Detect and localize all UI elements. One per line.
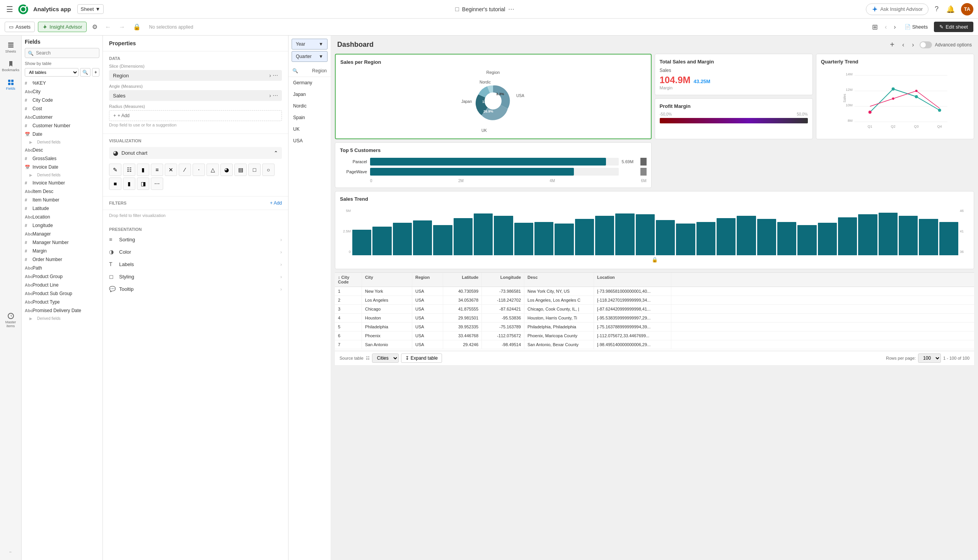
viz-pie-button[interactable]: ◕: [220, 164, 233, 176]
sidebar-item-master-items[interactable]: Master items: [1, 309, 20, 331]
sidebar-item-sheets[interactable]: Sheets: [1, 39, 20, 56]
viz-bar-button[interactable]: ▮: [137, 164, 149, 176]
next-page-button[interactable]: ›: [910, 40, 916, 50]
field-item-customer[interactable]: AbcCustomer: [22, 113, 102, 121]
top-customers-chart[interactable]: Top 5 Customers Paracel 5.69M PageWave: [335, 142, 652, 188]
advanced-options-toggle[interactable]: [920, 41, 932, 48]
angle-chip-more[interactable]: ⋯: [273, 92, 278, 99]
field-item-derived-fields[interactable]: ▶Derived fields: [22, 171, 102, 179]
table-row[interactable]: 4 Houston USA 29.981501 -95.53836 Housto…: [335, 314, 974, 323]
field-item-margin[interactable]: #Margin: [22, 247, 102, 255]
viz-scatter-button[interactable]: ⋅: [193, 164, 205, 176]
lock-button[interactable]: 🔒: [131, 22, 143, 32]
field-item-customer-number[interactable]: #Customer Number: [22, 121, 102, 130]
undo-button[interactable]: ←: [103, 22, 114, 32]
angle-chip-expand[interactable]: ›: [269, 92, 271, 99]
viz-map-button[interactable]: ■: [109, 178, 121, 190]
help-button[interactable]: ?: [933, 3, 940, 15]
field-item-order-number[interactable]: #Order Number: [22, 255, 102, 264]
viz-pivot-button[interactable]: □: [248, 164, 261, 176]
field-item-city[interactable]: AbcCity: [22, 87, 102, 96]
sales-per-region-chart[interactable]: Sales per Region Region Nordic Japan USA: [335, 54, 652, 139]
assets-button[interactable]: ▭ Assets: [5, 22, 35, 32]
menu-button[interactable]: ☰: [5, 3, 15, 15]
field-item-product-type[interactable]: AbcProduct Type: [22, 298, 102, 306]
field-item-item-desc[interactable]: AbcItem Desc: [22, 187, 102, 196]
forward-nav-button[interactable]: ›: [891, 22, 898, 32]
field-item-invoice-date[interactable]: 📅Invoice Date: [22, 163, 102, 171]
viz-gauge-button[interactable]: ○: [262, 164, 275, 176]
field-item-derived-fields[interactable]: ▶Derived fields: [22, 315, 102, 322]
field-item-product-line[interactable]: AbcProduct Line: [22, 281, 102, 289]
quarterly-trend-chart[interactable]: Quarterly Trend 14M 12M 10M 8M Sales: [816, 54, 974, 139]
sidebar-collapse-button[interactable]: ←: [1, 547, 20, 557]
table-row[interactable]: 6 Phoenix USA 33.446768 -112.075672 Phoe…: [335, 331, 974, 340]
viz-list-button[interactable]: ≡: [151, 164, 163, 176]
pres-item-styling[interactable]: ◻ Styling ›: [103, 270, 288, 283]
grid-layout-button[interactable]: ⊞: [870, 21, 880, 33]
th-latitude[interactable]: Latitude: [443, 273, 482, 287]
viz-more-button[interactable]: ⋯: [151, 178, 163, 190]
field-item-date[interactable]: 📅Date: [22, 130, 102, 138]
table-row[interactable]: 3 Chicago USA 41.875555 -87.624421 Chica…: [335, 305, 974, 314]
pres-item-color[interactable]: ◑ Color ›: [103, 246, 288, 258]
total-sales-chart[interactable]: Total Sales and Margin Sales 104.9M 43.2…: [655, 54, 813, 95]
sidebar-item-fields[interactable]: Fields: [1, 76, 20, 94]
ask-insight-advisor-button[interactable]: Ask Insight Advisor: [866, 3, 929, 15]
profit-margin-chart[interactable]: Profit Margin -50,0% 50,0%: [655, 98, 813, 139]
add-filter-button[interactable]: + Add: [270, 200, 282, 206]
viz-collapse-button[interactable]: ⌃: [274, 150, 278, 156]
insight-advisor-button[interactable]: Insight Advisor: [38, 22, 87, 32]
field-item-manager-number[interactable]: #Manager Number: [22, 238, 102, 247]
region-item-uk[interactable]: UK: [288, 123, 331, 135]
sales-trend-chart[interactable]: Sales Trend 5M2.5M0 464136 🔒: [335, 191, 974, 269]
prev-page-button[interactable]: ‹: [900, 40, 906, 50]
fields-search-input[interactable]: [25, 48, 99, 58]
sheets-button[interactable]: 📄 Sheets: [901, 22, 932, 32]
search-fields-button[interactable]: 🔍: [80, 68, 90, 77]
region-item-nordic[interactable]: Nordic: [288, 100, 331, 112]
field-item-%key[interactable]: #%KEY: [22, 79, 102, 87]
region-item-japan[interactable]: Japan: [288, 89, 331, 100]
th-location[interactable]: Location: [594, 273, 671, 287]
viz-pencil-button[interactable]: ✎: [109, 164, 121, 176]
field-item-cost[interactable]: #Cost: [22, 104, 102, 113]
field-item-promised-delivery-date[interactable]: AbcPromised Delivery Date: [22, 306, 102, 315]
table-row[interactable]: 1 New York USA 40.730599 -73.986581 New …: [335, 287, 974, 296]
rows-per-page-select[interactable]: 100: [918, 353, 941, 363]
user-avatar[interactable]: TA: [961, 3, 973, 15]
sheet-selector[interactable]: Sheet ▼: [77, 4, 104, 14]
field-item-product-group[interactable]: AbcProduct Group: [22, 272, 102, 281]
sidebar-item-bookmarks[interactable]: Bookmarks: [1, 57, 20, 75]
field-item-city-code[interactable]: #City Code: [22, 96, 102, 104]
viz-combo-button[interactable]: ▤: [234, 164, 247, 176]
add-field-button[interactable]: +: [92, 68, 99, 77]
th-region[interactable]: Region: [412, 273, 443, 287]
add-chart-button[interactable]: +: [888, 39, 897, 51]
table-row[interactable]: 2 Los Angeles USA 34.053678 -118.242702 …: [335, 296, 974, 305]
field-item-product-sub-group[interactable]: AbcProduct Sub Group: [22, 289, 102, 298]
back-nav-button[interactable]: ‹: [882, 22, 889, 32]
th-city[interactable]: City: [362, 273, 412, 287]
field-item-derived-fields[interactable]: ▶Derived fields: [22, 138, 102, 146]
notifications-button[interactable]: 🔔: [945, 3, 956, 15]
th-longitude[interactable]: Longitude: [482, 273, 524, 287]
th-city-code[interactable]: ↕ City Code: [335, 273, 362, 287]
field-item-longitude[interactable]: #Longitude: [22, 221, 102, 230]
add-radius-button[interactable]: + + Add: [109, 110, 282, 121]
field-item-item-number[interactable]: #Item Number: [22, 196, 102, 204]
field-item-grosssales[interactable]: #GrossSales: [22, 154, 102, 163]
field-item-latitude[interactable]: #Latitude: [22, 204, 102, 213]
viz-table-button[interactable]: ☷: [123, 164, 135, 176]
viz-line-button[interactable]: ∕: [179, 164, 191, 176]
table-row[interactable]: 5 Philadelphia USA 39.952335 -75.163789 …: [335, 323, 974, 331]
pres-item-sorting[interactable]: ≡ Sorting ›: [103, 233, 288, 246]
more-options-button[interactable]: ⋯: [508, 5, 514, 13]
region-item-usa[interactable]: USA: [288, 135, 331, 147]
viz-treemap-button[interactable]: ▮: [123, 178, 135, 190]
source-table-select[interactable]: Cities: [372, 353, 399, 363]
th-desc[interactable]: Desc: [524, 273, 594, 287]
field-item-desc[interactable]: AbcDesc: [22, 146, 102, 154]
viz-selector[interactable]: ◕ Donut chart ⌃: [109, 147, 282, 159]
year-filter-chip[interactable]: Year ▼: [292, 39, 328, 50]
